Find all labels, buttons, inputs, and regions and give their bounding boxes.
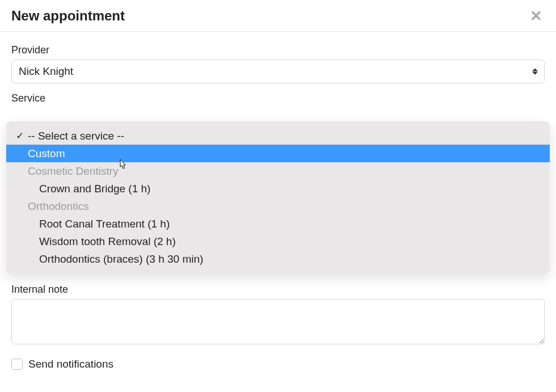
provider-select[interactable]: Nick Knight xyxy=(11,60,545,83)
service-option-crown-bridge-label: Crown and Bridge (1 h) xyxy=(39,183,150,195)
service-dropdown[interactable]: ✓ -- Select a service -- Custom Cosmetic… xyxy=(6,121,550,273)
dialog-title: New appointment xyxy=(11,8,125,24)
service-option-wisdom-tooth[interactable]: Wisdom tooth Removal (2 h) xyxy=(6,233,550,250)
internal-note-label: Internal note xyxy=(11,284,545,296)
service-group-cosmetic: Cosmetic Dentistry xyxy=(6,162,550,180)
service-option-root-canal-label: Root Canal Treatment (1 h) xyxy=(39,218,170,230)
appointment-form: Provider Nick Knight Service ✓ -- Select… xyxy=(0,32,556,376)
service-group-orthodontics: Orthodontics xyxy=(6,197,550,215)
service-group-cosmetic-label: Cosmetic Dentistry xyxy=(28,165,118,177)
provider-label: Provider xyxy=(11,44,545,56)
dialog-header: New appointment ✕ xyxy=(0,0,556,32)
send-notifications-label: Send notifications xyxy=(28,358,113,370)
service-label: Service xyxy=(11,92,545,104)
service-option-crown-bridge[interactable]: Crown and Bridge (1 h) xyxy=(6,180,550,197)
internal-note-textarea[interactable] xyxy=(11,299,545,344)
service-option-custom[interactable]: Custom xyxy=(6,145,550,162)
service-option-wisdom-tooth-label: Wisdom tooth Removal (2 h) xyxy=(39,235,176,247)
service-option-root-canal[interactable]: Root Canal Treatment (1 h) xyxy=(6,215,550,233)
checkmark-icon: ✓ xyxy=(16,127,24,145)
provider-select-value[interactable]: Nick Knight xyxy=(11,60,545,83)
close-icon[interactable]: ✕ xyxy=(528,9,545,23)
send-notifications-row[interactable]: Send notifications xyxy=(11,358,545,370)
service-option-placeholder[interactable]: ✓ -- Select a service -- xyxy=(6,127,550,145)
service-option-braces-label: Orthodontics (braces) (3 h 30 min) xyxy=(39,253,203,265)
send-notifications-checkbox[interactable] xyxy=(11,359,23,370)
provider-selected-text: Nick Knight xyxy=(19,65,73,78)
service-group-orthodontics-label: Orthodontics xyxy=(28,200,89,212)
service-option-braces[interactable]: Orthodontics (braces) (3 h 30 min) xyxy=(6,250,550,268)
service-option-placeholder-label: -- Select a service -- xyxy=(28,130,124,142)
service-option-custom-label: Custom xyxy=(28,147,65,159)
